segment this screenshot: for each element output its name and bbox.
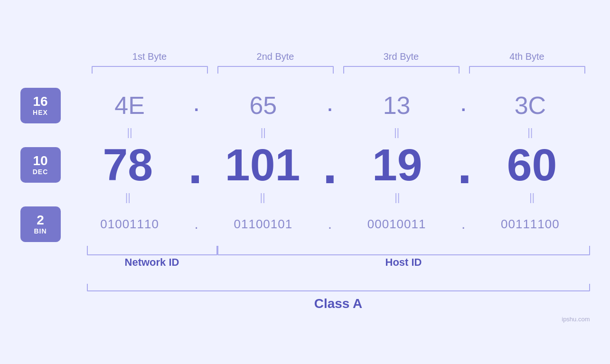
dec-dot-2: . [320,141,339,188]
bin-value-1: 01001110 [100,217,159,231]
dec-row: 10 DEC 78 . 101 . 19 . 60 [20,141,590,188]
bin-dot-2: . [323,216,337,232]
dec-dot-1: . [186,141,205,188]
byte3-top-bracket [343,66,460,74]
dec-base-label: DEC [33,168,48,176]
host-id-label: Host ID [217,256,590,269]
byte2-header: 2nd Byte [213,51,338,62]
dec-value-4: 60 [507,140,557,190]
bin-value-4: 00111100 [501,217,560,231]
eq-5: || [70,190,186,205]
hex-dot-3: . [456,95,470,115]
eq-3: || [337,125,456,140]
byte3-header: 3rd Byte [338,51,464,62]
eq-4: || [470,125,590,140]
byte4-top-bracket [469,66,585,74]
hex-values: 4E . 65 . 13 . 3C [70,91,590,120]
dec-badge: 10 DEC [20,147,61,183]
host-bracket [217,246,590,255]
hex-value-3: 13 [383,92,411,119]
network-bracket [87,246,217,255]
hex-base-number: 16 [33,94,47,109]
eq-2: || [204,125,323,140]
bin-row: 2 BIN 01001110 . 01100101 . 00010011 . 0… [20,206,590,242]
dec-values: 78 . 101 . 19 . 60 [70,141,590,188]
network-id-label: Network ID [87,256,217,269]
byte1-top-bracket [92,66,208,74]
eq-7: || [339,190,455,205]
dec-dot-3: . [455,141,474,188]
hex-badge: 16 HEX [20,88,61,123]
watermark: ipshu.com [562,316,590,323]
bin-values: 01001110 . 01100101 . 00010011 . 0011110… [70,216,590,232]
hex-byte2: 65 [204,91,323,120]
bin-byte2: 01100101 [204,217,323,232]
hex-dot-1: . [189,95,204,115]
eq-6: || [205,190,320,205]
bottom-brackets-area: Network ID Host ID [87,246,590,270]
bin-byte1: 01001110 [70,217,189,232]
hex-dot-2: . [323,95,337,115]
eq-8: || [474,190,590,205]
eq-1: || [70,125,189,140]
byte2-top-bracket [217,66,334,74]
hex-value-4: 3C [515,92,546,119]
bin-base-number: 2 [37,213,44,228]
dec-byte4: 60 [474,142,590,187]
hex-row: 16 HEX 4E . 65 . 13 . 3C [20,88,590,123]
hex-value-1: 4E [114,92,145,119]
hex-byte3: 13 [337,91,456,120]
class-bracket [87,284,590,291]
bin-byte4: 00111100 [470,217,590,232]
dec-value-3: 19 [372,140,422,190]
bin-byte3: 00010011 [337,217,456,232]
hex-value-2: 65 [249,92,277,119]
dec-byte2: 101 [205,142,320,187]
dec-value-1: 78 [103,140,153,190]
bin-base-label: BIN [34,227,47,235]
hex-base-label: HEX [33,109,48,116]
class-area: Class A [87,284,590,313]
bin-dot-1: . [189,216,204,232]
dec-value-2: 101 [225,140,300,190]
bin-value-2: 01100101 [234,217,293,231]
byte4-header: 4th Byte [464,51,590,62]
hex-byte4: 3C [470,91,590,120]
byte1-header: 1st Byte [87,51,213,62]
bin-value-3: 00010011 [367,217,426,231]
class-label: Class A [87,294,590,313]
dec-base-number: 10 [33,154,47,168]
bin-dot-3: . [456,216,470,232]
dec-byte3: 19 [339,142,455,187]
hex-byte1: 4E [70,91,189,120]
dec-byte1: 78 [70,142,186,187]
bin-badge: 2 BIN [20,206,61,242]
